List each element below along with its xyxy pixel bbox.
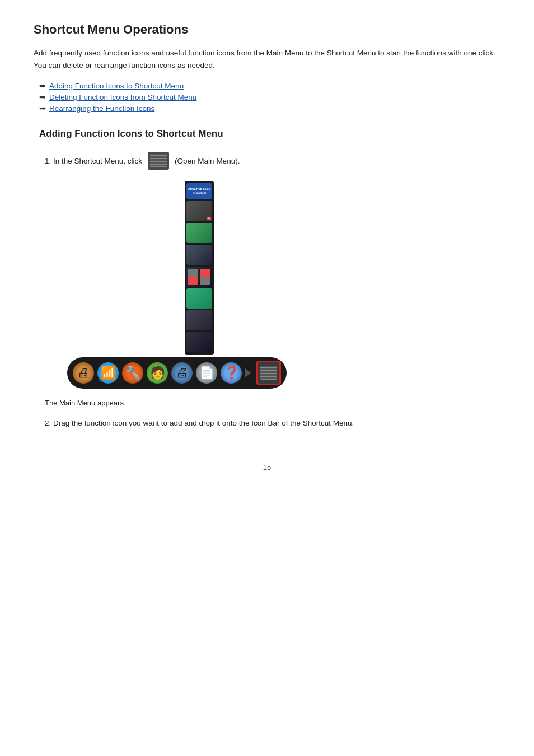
step-2: 2. Drag the function icon you want to ad… [45,417,500,430]
sc-icon-5[interactable]: 🖨 [171,362,193,384]
screenshot-area: CREATIVE PARK PREMIUM R 🖨 [67,181,500,389]
sc-icon-1[interactable]: 🖨 [73,362,94,384]
toc-link-deleting[interactable]: Deleting Function Icons from Shortcut Me… [49,93,196,101]
toc-item-3: ➡ Rearranging the Function Icons [39,104,500,113]
step-1-container: 1. In the Shortcut Menu, click (Open Mai… [34,152,500,407]
step-1-suffix: (Open Main Menu). [175,157,240,165]
page-number: 15 [34,463,500,472]
menu-header-text: CREATIVE PARK PREMIUM [186,188,212,194]
step-1-row: 1. In the Shortcut Menu, click (Open Mai… [45,152,500,170]
menu-header: CREATIVE PARK PREMIUM [186,183,212,199]
sc-icon-3[interactable]: 🔧 [122,362,143,384]
sc-icon-4[interactable]: 🧑 [147,362,168,384]
open-main-menu-icon[interactable] [148,152,169,170]
menu-item-2[interactable] [186,223,212,243]
arrow-icon-1: ➡ [39,81,46,90]
grid-cell-2 [200,269,210,277]
menu-item-6[interactable] [186,310,212,330]
menu-badge-1: R [207,217,211,220]
menu-icon-grid [188,269,211,285]
arrow-icon-2: ➡ [39,92,46,101]
toc-link-adding[interactable]: Adding Function Icons to Shortcut Menu [49,82,184,90]
intro-paragraph: Add frequently used function icons and u… [34,47,500,71]
shortcut-bar-container: 🖨 📶 🔧 🧑 🖨 📄 ❓ [67,357,287,389]
expand-arrow-icon [245,368,251,377]
menu-item-5[interactable] [186,288,212,309]
toc-link-rearranging[interactable]: Rearranging the Function Icons [49,104,154,113]
table-of-contents: ➡ Adding Function Icons to Shortcut Menu… [34,81,500,113]
shortcut-bar: 🖨 📶 🔧 🧑 🖨 📄 ❓ [67,357,287,389]
grid-cell-1 [188,269,198,277]
section-title-adding: Adding Function Icons to Shortcut Menu [34,128,500,139]
open-main-menu-inner-icon [260,366,277,380]
menu-item-4[interactable] [186,267,212,287]
grid-cell-4 [200,277,210,285]
sc-icon-7[interactable]: ❓ [221,362,242,384]
step-1-caption: The Main Menu appears. [45,399,500,407]
open-main-menu-button[interactable] [256,361,281,385]
menu-item-1[interactable]: R [186,201,212,221]
menu-item-7[interactable] [186,332,212,352]
arrow-icon-3: ➡ [39,104,46,113]
page-title: Shortcut Menu Operations [34,22,500,37]
grid-cell-3 [188,277,198,285]
sc-icon-6[interactable]: 📄 [196,362,217,384]
sc-icon-2[interactable]: 📶 [97,362,119,384]
toc-item-2: ➡ Deleting Function Icons from Shortcut … [39,92,500,101]
main-menu-panel: CREATIVE PARK PREMIUM R [185,181,214,355]
step-1-prefix: 1. In the Shortcut Menu, click [45,157,142,165]
toc-item-1: ➡ Adding Function Icons to Shortcut Menu [39,81,500,90]
menu-item-3[interactable] [186,245,212,265]
